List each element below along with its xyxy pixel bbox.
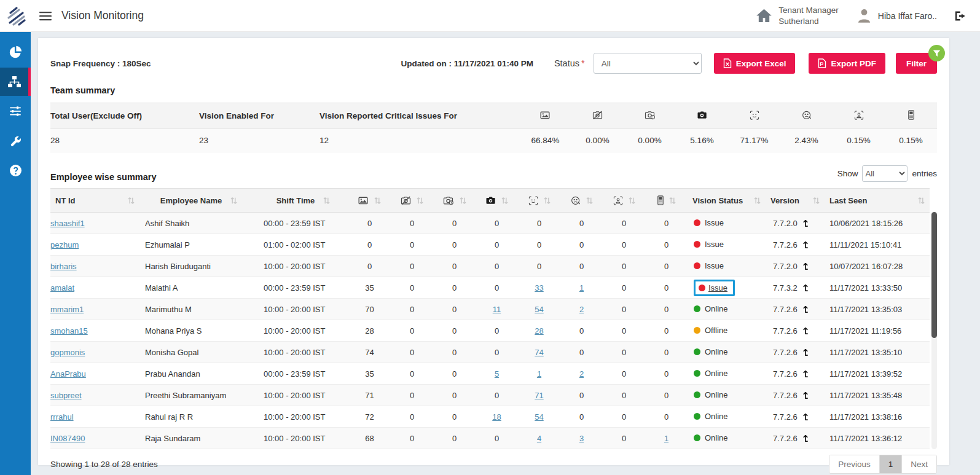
count-cell: 0: [645, 299, 688, 320]
user-menu[interactable]: Hiba Iffat Faro..: [856, 7, 937, 24]
sidebar-item-team-monitoring[interactable]: [0, 68, 31, 96]
table-row: pezhumEzhumalai P01:00 - 02:00 IST000000…: [50, 234, 930, 256]
status-dot-online: [694, 391, 700, 398]
logout-button[interactable]: [954, 10, 966, 22]
upgrade-icon[interactable]: [802, 219, 809, 227]
count-link[interactable]: 28: [535, 326, 543, 336]
upgrade-icon[interactable]: [802, 434, 809, 442]
upgrade-icon[interactable]: [802, 327, 809, 335]
count-link[interactable]: 33: [535, 283, 543, 292]
count-link[interactable]: 2: [579, 369, 584, 379]
nt-id-link[interactable]: shaashif1: [50, 219, 85, 228]
employee-name-cell: Prabu Anandan: [139, 363, 258, 385]
upgrade-icon[interactable]: [802, 262, 809, 270]
sidebar-item-tools[interactable]: [0, 127, 31, 155]
count-link[interactable]: 74: [535, 348, 543, 357]
pagination-next[interactable]: Next: [901, 455, 936, 473]
col-last-seen[interactable]: Last Seen: [825, 189, 930, 213]
filter-button[interactable]: Filter: [896, 53, 937, 74]
team-col-photo-icon: [519, 103, 571, 129]
upgrade-icon[interactable]: [802, 391, 809, 399]
upgrade-icon[interactable]: [802, 370, 809, 378]
count-link[interactable]: 1: [664, 434, 668, 443]
main-content: Snap Frequency : 180Sec Updated on : 11/…: [31, 32, 980, 475]
count-link[interactable]: 71: [535, 391, 543, 400]
vision-status-cell: Issue: [688, 277, 766, 299]
app-logo[interactable]: [0, 0, 32, 32]
col-nt-id[interactable]: NT Id: [50, 189, 139, 213]
col-photo-icon[interactable]: [348, 189, 391, 213]
col-people-scan-icon[interactable]: [603, 189, 645, 213]
nt-id-link[interactable]: smohan15: [50, 326, 88, 336]
menu-toggle-button[interactable]: [39, 11, 52, 21]
count-link[interactable]: 1: [537, 369, 541, 379]
count-link[interactable]: 2: [579, 305, 584, 314]
count-cell: 0: [476, 256, 518, 277]
camera-alert-icon: [645, 111, 656, 120]
people-scan-icon: [613, 196, 623, 205]
nt-id-link[interactable]: mmarim1: [50, 305, 84, 314]
col-version[interactable]: Version: [766, 189, 825, 213]
upgrade-icon[interactable]: [802, 305, 809, 313]
last-seen-cell: 10/07/2021 16:07:28: [825, 256, 930, 277]
col-mobile-icon[interactable]: [645, 189, 688, 213]
col-face-scan-icon[interactable]: [518, 189, 560, 213]
tenant-switcher[interactable]: Tenant Manager Sutherland: [756, 5, 839, 26]
status-label[interactable]: Issue: [708, 283, 727, 292]
sidebar-item-preferences[interactable]: [0, 97, 31, 125]
nt-id-link[interactable]: birharis: [50, 262, 77, 271]
col-employee-name[interactable]: Employee Name: [139, 189, 258, 213]
col-vision-status[interactable]: Vision Status: [688, 189, 766, 213]
count-link[interactable]: 18: [492, 412, 501, 422]
upgrade-icon[interactable]: [802, 284, 809, 292]
nt-id-link[interactable]: AnaPrabu: [50, 369, 86, 379]
count-cell: 0: [603, 385, 645, 406]
sliders-icon: [9, 106, 22, 117]
count-cell: 0: [645, 363, 688, 385]
user-avatar-icon: [856, 7, 872, 24]
last-seen-cell: 11/17/2021 11:19:56: [825, 320, 930, 342]
count-link[interactable]: 5: [495, 369, 499, 379]
status-filter-select[interactable]: All: [594, 53, 702, 74]
count-link[interactable]: 54: [535, 412, 543, 422]
nt-id-link[interactable]: rrrahul: [50, 412, 74, 422]
status-dot-online: [694, 305, 700, 312]
table-scrollbar[interactable]: [931, 212, 937, 449]
pagination-page-1[interactable]: 1: [879, 455, 902, 473]
nt-id-link[interactable]: IN087490: [50, 434, 85, 443]
version-cell: 7.7.2.6: [766, 363, 825, 385]
upgrade-icon[interactable]: [802, 348, 809, 356]
count-link[interactable]: 1: [579, 283, 584, 292]
count-link[interactable]: 4: [537, 434, 541, 443]
last-seen-cell: 11/17/2021 13:36:12: [825, 428, 930, 449]
scrollbar-thumb[interactable]: [931, 212, 937, 338]
count-cell: 0: [433, 342, 476, 363]
pagination-previous[interactable]: Previous: [829, 455, 879, 473]
nt-id-link[interactable]: gopmonis: [50, 348, 85, 357]
sidebar-item-help[interactable]: [0, 156, 31, 184]
count-cell: 0: [476, 320, 518, 342]
count-cell: 0: [560, 385, 603, 406]
count-cell: 0: [433, 406, 476, 428]
export-pdf-button[interactable]: Export PDF: [809, 53, 885, 74]
nt-id-link[interactable]: pezhum: [50, 240, 79, 249]
upgrade-icon[interactable]: [802, 413, 809, 421]
col-camera-off-icon[interactable]: [391, 189, 433, 213]
count-cell: 0: [476, 385, 518, 406]
count-link[interactable]: 3: [579, 434, 584, 443]
col-camera-alert-icon[interactable]: [433, 189, 476, 213]
shift-time-cell: 10:00 - 20:00 IST: [258, 385, 348, 406]
upgrade-icon[interactable]: [802, 241, 809, 249]
sidebar-item-dashboard[interactable]: [0, 38, 31, 66]
col-shift-time[interactable]: Shift Time: [258, 189, 348, 213]
nt-id-cell: amalat: [50, 277, 139, 299]
nt-id-link[interactable]: subpreet: [50, 391, 82, 400]
team-percent-1: 66.84%: [519, 129, 571, 152]
col-face-issue-icon[interactable]: [560, 189, 603, 213]
col-camera-solid-icon[interactable]: [476, 189, 518, 213]
page-size-select[interactable]: All: [862, 165, 907, 182]
count-link[interactable]: 11: [493, 305, 501, 314]
nt-id-link[interactable]: amalat: [50, 283, 74, 292]
export-excel-button[interactable]: Export Excel: [714, 53, 796, 74]
count-link[interactable]: 54: [535, 305, 543, 314]
